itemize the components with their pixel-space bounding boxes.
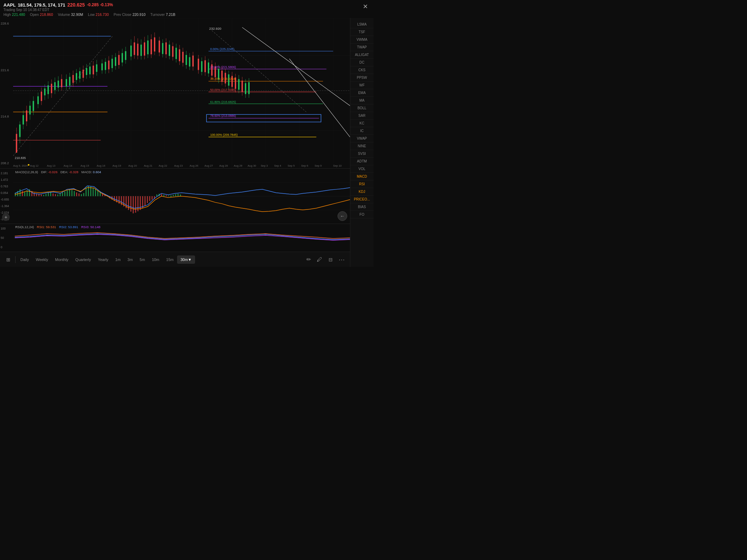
prev-close-stat: Prev Close 220.910 (114, 12, 146, 17)
svg-rect-235 (95, 189, 96, 196)
rsi-label: RSI(6,12,24) RSI1: 59.531 RSI2: 53.891 R… (15, 225, 100, 229)
svg-text:61.80% (215.6825): 61.80% (215.6825) (210, 100, 236, 104)
svg-text:78.60% (213.0886): 78.60% (213.0886) (210, 114, 236, 118)
right-sidebar: LSMATSFVWMATWAPALLIGATDCCKSPPSWWFEMAMABO… (350, 18, 374, 267)
sidebar-item-svsi[interactable]: SVSI (350, 150, 374, 158)
sidebar-item-fo[interactable]: FO (350, 211, 374, 218)
sidebar-item-ic[interactable]: IC (350, 127, 374, 135)
macd-chart-svg (13, 169, 350, 224)
svg-rect-257 (147, 196, 148, 203)
15m-button[interactable]: 15m (163, 255, 177, 264)
toolbar-separator-1 (15, 256, 16, 263)
svg-text:Sep 6: Sep 6 (301, 165, 308, 168)
svg-rect-266 (168, 196, 169, 196)
svg-text:Aug 19: Aug 19 (112, 165, 121, 168)
rsi-panel: 100 50 0 RSI(6,12,24) RSI1: 59.531 RSI2:… (0, 224, 350, 252)
sidebar-item-priceo---[interactable]: PRICEO... (350, 196, 374, 203)
svg-rect-224 (69, 189, 70, 196)
layout-button[interactable]: ⊞ (3, 254, 14, 265)
more-button[interactable]: ⋯ (336, 254, 347, 265)
sidebar-item-bias[interactable]: BIAS (350, 203, 374, 211)
svg-rect-271 (180, 195, 181, 196)
open-value: 218.860 (40, 12, 53, 17)
sidebar-item-vol[interactable]: VOL (350, 165, 374, 173)
1m-button[interactable]: 1m (112, 255, 124, 264)
sidebar-item-kc[interactable]: KC (350, 120, 374, 127)
10m-button[interactable]: 10m (148, 255, 163, 264)
sidebar-item-nine[interactable]: NINE (350, 142, 374, 150)
rsi3-value: 50.148 (90, 225, 100, 229)
svg-text:50.00% (217.5045): 50.00% (217.5045) (210, 88, 236, 92)
scroll-back-button[interactable]: ← (338, 211, 347, 221)
sidebar-item-ema[interactable]: EMA (350, 89, 374, 97)
30m-button[interactable]: 30m▼ (177, 255, 195, 264)
sidebar-item-tsf[interactable]: TSF (350, 28, 374, 36)
svg-rect-250 (130, 196, 131, 212)
sidebar-item-alligat[interactable]: ALLIGAT (350, 51, 374, 59)
monthly-button[interactable]: Monthly (52, 255, 72, 264)
macd-level-5: -0.655 (1, 198, 12, 201)
svg-rect-219 (57, 195, 58, 196)
svg-line-30 (242, 27, 350, 106)
close-button[interactable]: ✕ (361, 2, 370, 11)
svg-text:232.920: 232.920 (209, 27, 221, 31)
macd-level-4: 0.054 (1, 191, 12, 195)
sidebar-item-lsma[interactable]: LSMA (350, 21, 374, 28)
weekly-button[interactable]: Weekly (32, 255, 52, 264)
quarterly-button[interactable]: Quarterly (72, 255, 94, 264)
svg-text:Aug 9, 2024: Aug 9, 2024 (13, 165, 28, 168)
chart-area: 228.6 221.6 214.8 208.2 (0, 18, 350, 267)
sidebar-item-sar[interactable]: SAR (350, 112, 374, 120)
sidebar-item-twap[interactable]: TWAP (350, 44, 374, 51)
svg-rect-254 (140, 196, 141, 210)
sidebar-item-dc[interactable]: DC (350, 59, 374, 66)
volume-value: 32.90M (71, 12, 83, 17)
svg-rect-205 (24, 192, 25, 196)
svg-text:Aug 12: Aug 12 (30, 165, 39, 168)
price-label-bottom: 208.2 (1, 161, 12, 165)
sidebar-item-ma[interactable]: MA (350, 97, 374, 104)
svg-rect-211 (38, 194, 39, 196)
svg-rect-216 (50, 192, 51, 196)
sidebar-item-rsi[interactable]: RSI (350, 180, 374, 188)
daily-button[interactable]: Daily (17, 255, 32, 264)
sidebar-item-boll[interactable]: BOLL (350, 104, 374, 112)
open-stat: Open 218.860 (30, 12, 53, 17)
svg-text:Aug 23: Aug 23 (174, 165, 183, 168)
sidebar-item-vwap[interactable]: VWAP (350, 135, 374, 142)
5m-button[interactable]: 5m (136, 255, 148, 264)
header-left: AAPL 181.54, 179.5, 174, 171 220.625 -0.… (3, 2, 361, 17)
ticker-row: AAPL 181.54, 179.5, 174, 171 220.625 -0.… (3, 2, 361, 8)
ticker-ohlc: 181.54, 179.5, 174, 171 (18, 2, 65, 8)
pen-button[interactable]: 🖊 (314, 254, 325, 265)
macd-macd-value: 0.604 (93, 170, 101, 174)
price-chart-canvas: 232.920 210.835 0.00% (225.2245) 23.60% … (13, 18, 350, 168)
add-indicator-button[interactable]: + (2, 213, 10, 221)
sidebar-item-ppsw[interactable]: PPSW (350, 74, 374, 82)
draw-button[interactable]: ✏ (303, 254, 314, 265)
macd-level-6: -1.364 (1, 204, 12, 208)
header-stats: High 221.480 Open 218.860 Volume 32.90M … (3, 12, 361, 17)
sidebar-item-adtm[interactable]: ADTM (350, 158, 374, 165)
svg-text:Aug 14: Aug 14 (64, 165, 72, 168)
svg-line-31 (289, 59, 350, 137)
svg-rect-261 (156, 195, 157, 196)
indicator-panel-button[interactable]: ⊟ (325, 254, 336, 265)
svg-text:Aug 13: Aug 13 (47, 165, 55, 168)
high-value: 221.480 (12, 12, 25, 17)
sidebar-item-cks[interactable]: CKS (350, 66, 374, 74)
sidebar-item-vwma[interactable]: VWMA (350, 36, 374, 44)
sidebar-item-kdj[interactable]: KDJ (350, 188, 374, 196)
svg-text:Aug 15: Aug 15 (81, 165, 89, 168)
yearly-button[interactable]: Yearly (94, 255, 112, 264)
sidebar-item-macd[interactable]: MACD (350, 173, 374, 180)
sidebar-scroll-area (350, 18, 374, 21)
svg-text:100.00% (209.7845): 100.00% (209.7845) (210, 133, 238, 137)
3m-button[interactable]: 3m (124, 255, 136, 264)
svg-rect-227 (76, 193, 77, 196)
svg-text:Aug 28: Aug 28 (219, 165, 228, 168)
sidebar-item-wf[interactable]: WF (350, 82, 374, 89)
svg-rect-258 (149, 196, 150, 201)
svg-rect-225 (72, 190, 73, 196)
sidebar-items-container: LSMATSFVWMATWAPALLIGATDCCKSPPSWWFEMAMABO… (350, 21, 374, 218)
